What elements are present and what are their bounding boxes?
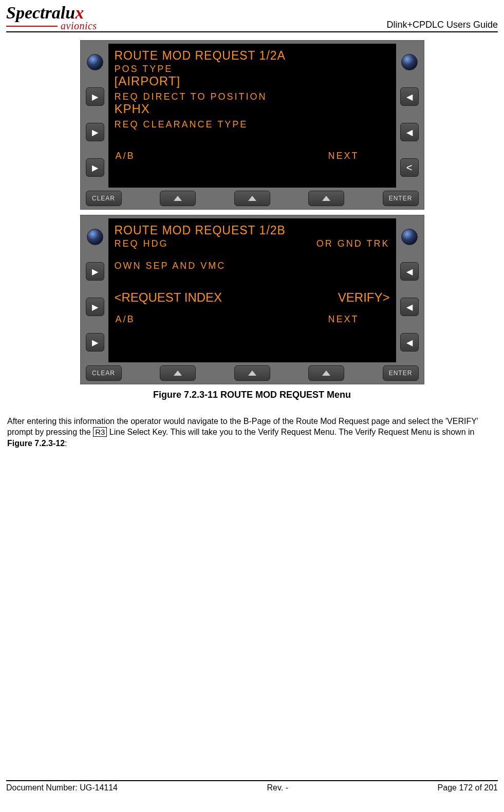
footer-ab: A/B [116, 151, 135, 161]
clear-button[interactable]: CLEAR [86, 191, 122, 206]
logo: Spectralux avionics [6, 5, 97, 30]
body-text-c: : [65, 439, 67, 448]
lsk-r1[interactable]: ◀ [400, 262, 419, 281]
cdu-screen-b: ROUTE MOD REQUEST 1/2B REQ HDG OR GND TR… [108, 218, 396, 362]
doc-title: Dlink+CPDLC Users Guide [386, 20, 498, 30]
revision: Rev. - [267, 783, 288, 792]
own-sep-label: OWN SEP AND VMC [115, 261, 390, 272]
lsk-l2[interactable]: ▶ [86, 123, 104, 141]
right-button-column: ◀ ◀ < [398, 44, 421, 188]
pos-type-value: [AIRPORT] [115, 75, 390, 88]
screen-title: ROUTE MOD REQUEST 1/2B [115, 224, 390, 237]
knob-icon[interactable] [87, 229, 103, 245]
footer-next: NEXT [328, 314, 359, 325]
lsk-l3[interactable]: ▶ [86, 333, 104, 352]
logo-subtext: avionics [61, 21, 97, 30]
right-button-column: ◀ ◀ ◀ [398, 218, 421, 362]
lsk-l3[interactable]: ▶ [86, 158, 104, 177]
lsk-r2[interactable]: ◀ [400, 298, 419, 316]
rocker-button[interactable] [308, 191, 344, 206]
cdu-device-b: ▶ ▶ ▶ ROUTE MOD REQUEST 1/2B REQ HDG OR … [80, 215, 424, 384]
doc-number: Document Number: UG-14114 [6, 783, 118, 792]
pos-type-label: POS TYPE [115, 64, 390, 75]
key-r3: R3 [93, 427, 107, 437]
req-direct-label: REQ DIRECT TO POSITION [115, 91, 390, 103]
lsk-l1[interactable]: ▶ [86, 87, 104, 106]
rocker-button[interactable] [234, 365, 270, 381]
knob-icon[interactable] [401, 229, 418, 245]
knob-icon[interactable] [401, 54, 418, 70]
req-direct-value: KPHX [115, 102, 390, 116]
rocker-button[interactable] [234, 191, 270, 206]
lsk-r2[interactable]: ◀ [400, 123, 419, 141]
enter-button[interactable]: ENTER [383, 191, 419, 206]
rocker-button[interactable] [160, 191, 196, 206]
page-footer: Document Number: UG-14114 Rev. - Page 17… [6, 780, 498, 792]
knob-icon[interactable] [87, 54, 103, 70]
rocker-button[interactable] [308, 365, 344, 381]
cdu-device-a: ▶ ▶ ▶ ROUTE MOD REQUEST 1/2A POS TYPE [A… [80, 40, 424, 210]
cdu-screen-a: ROUTE MOD REQUEST 1/2A POS TYPE [AIRPORT… [108, 44, 396, 188]
page-number: Page 172 of 201 [438, 783, 498, 792]
figure-reference: Figure 7.2.3-12 [7, 439, 65, 448]
lsk-l1[interactable]: ▶ [86, 262, 104, 281]
lsk-l2[interactable]: ▶ [86, 298, 104, 316]
request-index-prompt: <REQUEST INDEX [115, 290, 222, 305]
lsk-r3[interactable]: < [400, 158, 419, 177]
enter-button[interactable]: ENTER [383, 365, 419, 381]
body-paragraph: After entering this information the oper… [7, 416, 497, 449]
lsk-r1[interactable]: ◀ [400, 87, 419, 106]
gnd-trk-label: OR GND TRK [316, 238, 390, 250]
lsk-r3[interactable]: ◀ [400, 333, 419, 352]
body-text-b: Line Select Key. This will take you to t… [107, 428, 474, 436]
page-header: Spectralux avionics Dlink+CPDLC Users Gu… [6, 5, 498, 32]
left-button-column: ▶ ▶ ▶ [84, 218, 106, 362]
rocker-button[interactable] [160, 365, 196, 381]
footer-next: NEXT [328, 151, 359, 161]
footer-ab: A/B [116, 314, 135, 325]
req-clearance-label: REQ CLEARANCE TYPE [115, 119, 390, 131]
verify-prompt: VERIFY> [338, 290, 390, 305]
screen-title: ROUTE MOD REQUEST 1/2A [115, 49, 390, 63]
req-hdg-label: REQ HDG [115, 238, 169, 250]
clear-button[interactable]: CLEAR [86, 365, 122, 381]
figure-caption: Figure 7.2.3-11 ROUTE MOD REQUEST Menu [6, 390, 498, 400]
left-button-column: ▶ ▶ ▶ [84, 44, 106, 188]
